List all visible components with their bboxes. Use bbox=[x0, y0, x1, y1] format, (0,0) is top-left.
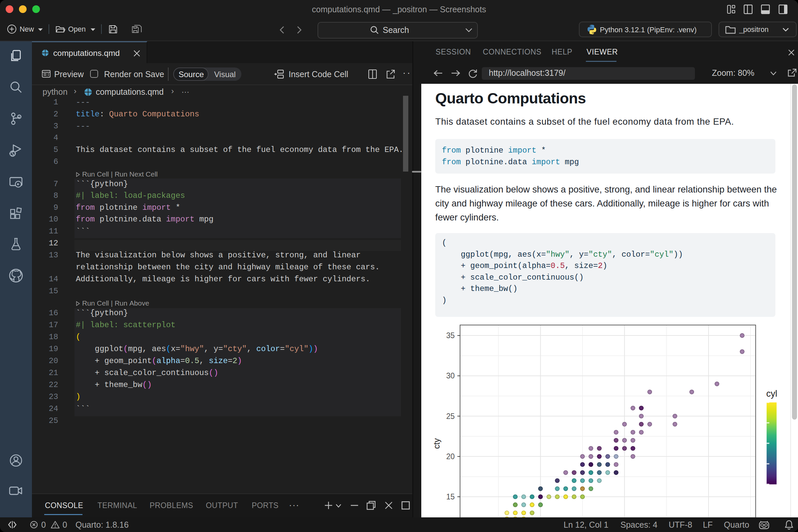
svg-text:35: 35 bbox=[446, 331, 455, 340]
svg-text:25: 25 bbox=[446, 412, 455, 421]
svg-text:15: 15 bbox=[446, 492, 455, 501]
svg-text:30: 30 bbox=[446, 372, 455, 380]
svg-text:cty: cty bbox=[432, 438, 441, 449]
svg-text:20: 20 bbox=[446, 452, 455, 461]
svg-text:cyl: cyl bbox=[766, 389, 777, 399]
